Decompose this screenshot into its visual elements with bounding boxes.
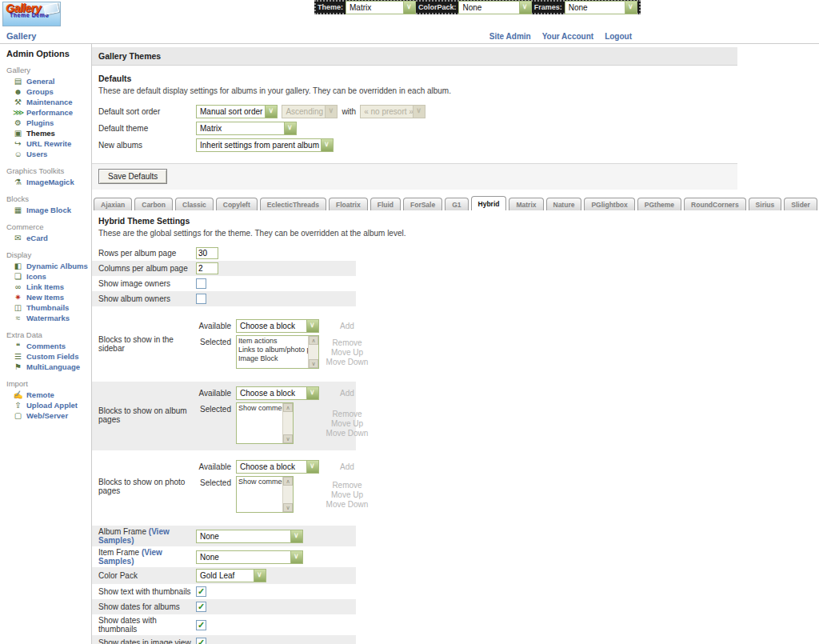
listbox-scrollbar[interactable]: ∧∨ bbox=[282, 477, 293, 512]
tab-roundcorners[interactable]: RoundCorners bbox=[684, 198, 746, 210]
tab-nature[interactable]: Nature bbox=[546, 198, 582, 210]
scroll-up-icon[interactable]: ∧ bbox=[283, 403, 293, 412]
album-available-select[interactable]: Choose a block bbox=[236, 386, 319, 400]
blocks-album-row: Blocks to show on album pages Available … bbox=[92, 382, 356, 450]
rows-per-page-row: Rows per album page bbox=[92, 246, 356, 261]
show-dates-albums-checkbox[interactable] bbox=[196, 602, 206, 612]
show-dates-thumbnails-checkbox[interactable] bbox=[196, 620, 206, 630]
breadcrumb[interactable]: Gallery bbox=[6, 31, 36, 41]
remote-icon: ✍ bbox=[13, 390, 23, 399]
photo-selected-listbox[interactable]: Show comments ∧∨ bbox=[236, 476, 294, 513]
sidebar-item-web-server[interactable]: ▢Web/Server bbox=[6, 410, 91, 421]
sidebar-item-upload-applet[interactable]: ⇪Upload Applet bbox=[6, 400, 91, 410]
site-admin-link[interactable]: Site Admin bbox=[489, 32, 531, 41]
sidebar-item-image-block[interactable]: ▦Image Block bbox=[6, 205, 91, 215]
tab-ajaxian[interactable]: Ajaxian bbox=[94, 198, 132, 210]
sidebar-item-link-items[interactable]: ∞Link Items bbox=[6, 282, 91, 292]
scroll-up-icon[interactable]: ∧ bbox=[283, 477, 293, 486]
album-selected-listbox[interactable]: Show comments ∧∨ bbox=[236, 402, 294, 444]
default-sort-order-select[interactable]: Manual sort order bbox=[196, 105, 278, 118]
save-defaults-button[interactable]: Save Defaults bbox=[98, 169, 167, 184]
default-theme-row: Default theme Matrix bbox=[92, 120, 356, 137]
sidebar-item-plugins[interactable]: ⚙Plugins bbox=[6, 118, 91, 128]
default-theme-select[interactable]: Matrix bbox=[196, 122, 297, 135]
tab-carbon[interactable]: Carbon bbox=[134, 198, 173, 210]
default-sort-order-row: Default sort order Manual sort order Asc… bbox=[92, 103, 356, 120]
sidebar-item-url-rewrite[interactable]: ↪URL Rewrite bbox=[6, 138, 91, 149]
show-image-owners-checkbox[interactable] bbox=[196, 278, 206, 289]
photo-remove-action: Remove bbox=[324, 481, 370, 490]
sidebar-item-custom-fields[interactable]: ☰Custom Fields bbox=[6, 351, 91, 362]
tab-eclecticthreads[interactable]: EclecticThreads bbox=[260, 198, 326, 210]
sidebar-item-icons[interactable]: ❏Icons bbox=[6, 271, 91, 282]
sidebar-item-comments[interactable]: ❝Comments bbox=[6, 341, 91, 351]
sidebar-item-multilanguage[interactable]: ⚑MultiLanguage bbox=[6, 362, 91, 372]
album-frame-row: Album Frame (View Samples) None bbox=[92, 526, 356, 546]
listbox-scrollbar[interactable]: ∧∨ bbox=[282, 403, 293, 443]
blocks-sidebar-row: Blocks to show in the sidebar Available … bbox=[92, 314, 356, 375]
sidebar-selected-listbox[interactable]: Item actions Links to album/photo peers … bbox=[236, 335, 319, 369]
sort-direction-select: Ascending bbox=[282, 105, 338, 118]
show-album-owners-checkbox[interactable] bbox=[196, 294, 206, 304]
scroll-down-icon[interactable]: ∨ bbox=[309, 359, 318, 368]
general-icon: ▤ bbox=[13, 77, 23, 86]
sidebar-item-maintenance[interactable]: ⚒Maintenance bbox=[6, 97, 91, 107]
sidebar-item-remote[interactable]: ✍Remote bbox=[6, 390, 91, 400]
item-frame-select[interactable]: None bbox=[196, 550, 303, 564]
sidebar-item-watermarks[interactable]: ≈Watermarks bbox=[6, 313, 91, 323]
color-pack-select[interactable]: Gold Leaf bbox=[196, 569, 266, 582]
multilanguage-icon: ⚑ bbox=[13, 362, 23, 371]
scroll-down-icon[interactable]: ∨ bbox=[283, 434, 293, 443]
sidebar-item-general[interactable]: ▤General bbox=[6, 76, 91, 86]
defaults-title: Defaults bbox=[98, 74, 737, 83]
sidebar-available-select[interactable]: Choose a block bbox=[236, 319, 319, 333]
sidebar-item-thumbnails[interactable]: ◫Thumbnails bbox=[6, 302, 91, 313]
sidebar-item-users[interactable]: ☺Users bbox=[6, 149, 91, 159]
tab-pgtheme[interactable]: PGtheme bbox=[637, 198, 681, 210]
users-icon: ☺ bbox=[13, 150, 23, 158]
tab-forsale[interactable]: ForSale bbox=[403, 198, 442, 210]
new-albums-select[interactable]: Inherit settings from parent album bbox=[196, 138, 334, 152]
tab-matrix[interactable]: Matrix bbox=[509, 198, 543, 210]
sidebar-item-ecard[interactable]: ✉eCard bbox=[6, 233, 91, 243]
show-dates-image-view-checkbox[interactable] bbox=[196, 638, 206, 644]
link-items-icon: ∞ bbox=[13, 282, 23, 291]
sidebar-item-dynamic-albums[interactable]: ◧Dynamic Albums bbox=[6, 261, 91, 271]
sidebar-item-themes[interactable]: ▣Themes bbox=[6, 128, 91, 138]
scroll-down-icon[interactable]: ∨ bbox=[283, 503, 293, 512]
show-text-thumbnails-checkbox[interactable] bbox=[196, 586, 206, 597]
blocks-photo-row: Blocks to show on photo pages Available … bbox=[92, 455, 356, 519]
rows-per-page-input[interactable] bbox=[196, 247, 218, 259]
tab-classic[interactable]: Classic bbox=[175, 198, 214, 210]
dropdown-arrow-icon bbox=[306, 320, 318, 332]
tab-g1[interactable]: G1 bbox=[445, 198, 468, 210]
dropdown-arrow-icon bbox=[325, 106, 337, 118]
sidebar-item-groups[interactable]: ☻Groups bbox=[6, 86, 91, 97]
sidebar-item-imagemagick[interactable]: ⚗ImageMagick bbox=[6, 177, 91, 187]
show-image-owners-row: Show image owners bbox=[92, 276, 356, 291]
section-gallery: Gallery bbox=[6, 66, 91, 74]
section-display: Display bbox=[6, 250, 91, 259]
sidebar-item-performance[interactable]: ⋙Performance bbox=[6, 107, 91, 118]
your-account-link[interactable]: Your Account bbox=[542, 32, 593, 41]
themes-icon: ▣ bbox=[13, 129, 23, 138]
with-label: with bbox=[342, 107, 356, 116]
tab-floatrix[interactable]: Floatrix bbox=[329, 198, 368, 210]
show-dates-thumbnails-row: Show dates with thumbnails bbox=[92, 614, 356, 635]
tab-hybrid[interactable]: Hybrid bbox=[471, 196, 507, 210]
dropdown-arrow-icon bbox=[284, 122, 296, 134]
listbox-scrollbar[interactable]: ∧∨ bbox=[308, 336, 318, 368]
scroll-up-icon[interactable]: ∧ bbox=[309, 336, 318, 345]
tab-sirius[interactable]: Sirius bbox=[749, 198, 782, 210]
tab-slider[interactable]: Slider bbox=[784, 198, 817, 210]
show-dates-albums-row: Show dates for albums bbox=[92, 599, 356, 614]
tab-pglightbox[interactable]: PGlightbox bbox=[584, 198, 634, 210]
cols-per-page-input[interactable] bbox=[196, 262, 218, 274]
tab-copyleft[interactable]: Copyleft bbox=[216, 198, 258, 210]
photo-available-select[interactable]: Choose a block bbox=[236, 460, 319, 474]
album-move-down-action: Move Down bbox=[324, 429, 370, 438]
logout-link[interactable]: Logout bbox=[605, 32, 632, 41]
album-frame-select[interactable]: None bbox=[196, 530, 303, 543]
tab-fluid[interactable]: Fluid bbox=[370, 198, 401, 210]
sidebar-item-new-items[interactable]: ✷New Items bbox=[6, 292, 91, 302]
